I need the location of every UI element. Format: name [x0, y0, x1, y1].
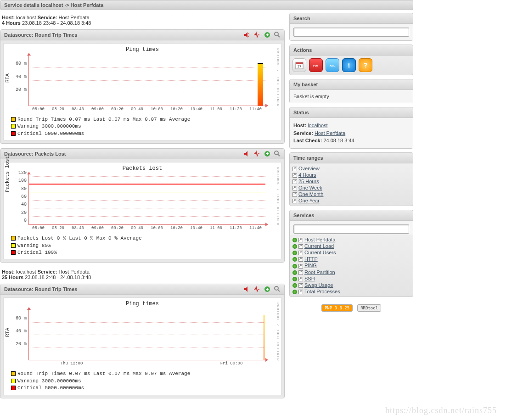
- popup-icon: [292, 186, 297, 190]
- page-title-bar: Service details localhost -> Host Perfda…: [0, 0, 413, 10]
- graph-header-label: Datasource: Packets Lost: [4, 151, 66, 157]
- search-panel: Search: [289, 13, 413, 41]
- plus-icon[interactable]: [263, 285, 271, 293]
- service-link[interactable]: SSH: [304, 276, 315, 281]
- popup-icon: [292, 173, 297, 178]
- popup-icon: [292, 167, 297, 171]
- status-ok-icon: [292, 283, 297, 288]
- timerange-link[interactable]: One Month: [298, 191, 323, 197]
- xml-icon[interactable]: XML: [326, 58, 339, 72]
- search-title: Search: [290, 13, 413, 24]
- status-ok-icon: [292, 257, 297, 262]
- service-link[interactable]: Root Partition: [304, 269, 335, 275]
- timeranges-panel: Time ranges Overview 4 Hours 25 Hours On…: [289, 152, 413, 207]
- footer-badges: PNP 0.6.25 RRDtool: [289, 301, 413, 315]
- svg-text:?: ?: [364, 62, 368, 69]
- status-host-link[interactable]: localhost: [308, 123, 327, 128]
- help-icon[interactable]: ?: [359, 58, 372, 72]
- basket-empty-text: Basket is empty: [290, 90, 413, 103]
- svg-text:17: 17: [298, 64, 302, 68]
- status-lastcheck: 24.08.18 3:44: [323, 138, 354, 143]
- status-ok-icon: [292, 251, 297, 255]
- speaker-icon[interactable]: [243, 150, 251, 158]
- svg-point-1: [275, 32, 278, 36]
- svg-text:PDF: PDF: [313, 64, 319, 67]
- info-icon[interactable]: i: [342, 58, 356, 72]
- plot-area: 20 m 40 m 60 m: [28, 56, 265, 106]
- timerange-link[interactable]: 4 Hours: [298, 172, 316, 178]
- status-ok-icon: [292, 244, 297, 249]
- pdf-icon[interactable]: PDF: [309, 58, 323, 72]
- pulse-icon[interactable]: [253, 31, 261, 39]
- service-link[interactable]: Current Load: [304, 243, 334, 249]
- services-filter-input[interactable]: [293, 224, 409, 234]
- popup-icon: [298, 277, 303, 281]
- status-ok-icon: [292, 238, 297, 242]
- status-ok-icon: [292, 277, 297, 281]
- status-panel: Status Host: localhost Service: Host Per…: [289, 107, 413, 149]
- popup-icon: [298, 244, 303, 249]
- x-ticks: Thu 12:00Fri 00:00: [28, 361, 265, 366]
- pnp-badge[interactable]: PNP 0.6.25: [321, 304, 353, 312]
- plot-area: 20 m 40 m 60 m: [28, 310, 265, 360]
- service-link[interactable]: Swap Usage: [304, 282, 333, 288]
- pulse-icon[interactable]: [253, 285, 261, 293]
- graph-pkt-4h: Datasource: Packets Lost RRDTOOL / TOBI …: [0, 148, 285, 263]
- timerange-link[interactable]: One Week: [298, 185, 322, 190]
- service-link[interactable]: PING: [304, 263, 317, 268]
- rrdtool-tag: RRDTOOL / TOBI OETIKER: [276, 167, 280, 226]
- actions-title: Actions: [290, 45, 413, 56]
- chart-legend: Packets Lost 0 % Last 0 % Max 0 % Averag…: [6, 232, 279, 257]
- magnifier-icon[interactable]: [273, 31, 281, 39]
- basket-panel: My basket Basket is empty: [289, 79, 413, 103]
- status-title: Status: [290, 107, 413, 118]
- svg-text:XML: XML: [330, 64, 336, 67]
- pulse-icon[interactable]: [253, 150, 261, 158]
- popup-icon: [292, 179, 297, 184]
- rrdtool-tag: RRDTOOL / TOBI OETIKER: [276, 48, 280, 107]
- rrdtool-tag: RRDTOOL / TOBI OETIKER: [276, 302, 280, 361]
- plot-area: 0 20 40 60 80 100 120: [28, 174, 265, 225]
- plus-icon[interactable]: [263, 31, 271, 39]
- service-link[interactable]: Total Processes: [304, 289, 340, 294]
- timerange-link[interactable]: One Year: [298, 198, 320, 203]
- magnifier-icon[interactable]: [273, 285, 281, 293]
- rrdtool-badge[interactable]: RRDtool: [357, 304, 381, 312]
- x-ticks: 08:0008:2008:4009:0009:2009:4010:0010:20…: [28, 226, 265, 230]
- status-ok-icon: [292, 264, 297, 269]
- calendar-icon[interactable]: 17: [292, 58, 306, 72]
- svg-point-3: [275, 151, 278, 155]
- popup-icon: [298, 257, 303, 262]
- popup-icon: [298, 270, 303, 275]
- timerange-link[interactable]: 25 Hours: [298, 179, 319, 184]
- chart-title: Packets lost: [6, 164, 279, 174]
- speaker-icon[interactable]: [243, 31, 251, 39]
- graph-header-label: Datasource: Round Trip Times: [4, 286, 77, 292]
- status-service-link[interactable]: Host Perfdata: [315, 130, 345, 136]
- service-link[interactable]: Host Perfdata: [304, 237, 335, 242]
- popup-icon: [298, 264, 303, 269]
- timeranges-title: Time ranges: [290, 153, 413, 163]
- service-link[interactable]: Current Users: [304, 250, 336, 255]
- search-input[interactable]: [293, 28, 409, 37]
- popup-icon: [298, 283, 303, 288]
- chart-legend: Round Trip Times 0.07 ms Last 0.07 ms Ma…: [6, 368, 279, 392]
- popup-icon: [298, 290, 303, 294]
- graph-rtt-4h: Datasource: Round Trip Times RRDTOOL / T…: [0, 29, 285, 144]
- magnifier-icon[interactable]: [273, 150, 281, 158]
- x-ticks: 08:0008:2008:4009:0009:2009:4010:0010:20…: [28, 107, 265, 112]
- chart-title: Ping times: [6, 45, 279, 56]
- chart-title: Ping times: [6, 300, 279, 310]
- plus-icon[interactable]: [263, 150, 271, 158]
- actions-panel: Actions 17 PDF XML i ?: [289, 45, 413, 75]
- services-panel: Services Host Perfdata Current Load Curr…: [289, 210, 413, 297]
- chart-legend: Round Trip Times 0.07 ms Last 0.07 ms Ma…: [6, 113, 279, 138]
- popup-icon: [298, 238, 303, 242]
- speaker-icon[interactable]: [243, 285, 251, 293]
- svg-text:i: i: [348, 62, 350, 69]
- timerange-link[interactable]: Overview: [298, 166, 320, 171]
- popup-icon: [292, 199, 297, 203]
- graph-rtt-25h: Datasource: Round Trip Times RRDTOOL / T…: [0, 284, 285, 398]
- service-link[interactable]: HTTP: [304, 256, 318, 262]
- section-meta-25h: Host: localhost Service: Host Perfdata 2…: [0, 267, 285, 284]
